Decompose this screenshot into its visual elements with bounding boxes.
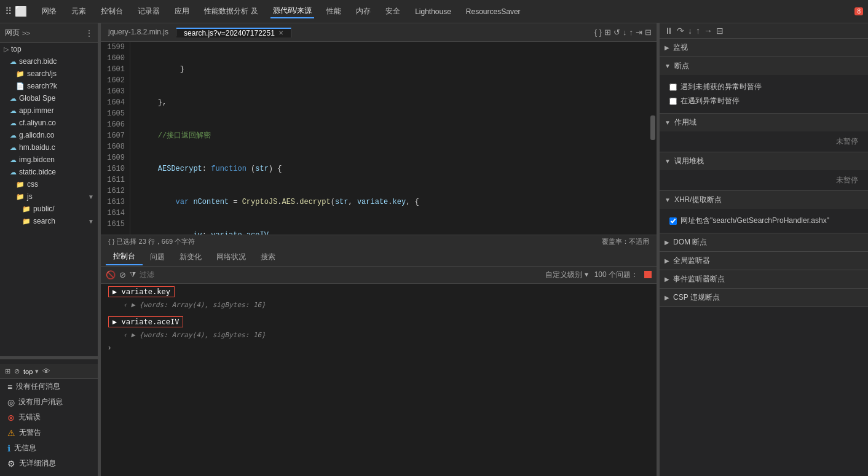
bottom-left-icon[interactable]: ⊞ [5,367,10,375]
expand-arrow-right[interactable]: ▶ [131,301,135,309]
rp-section-global-listener-header[interactable]: ▶ 全局监听器 [660,252,868,270]
tree-item-static-bidce[interactable]: ☁ static.bidce [0,166,98,178]
tab-lighthouse[interactable]: Lighthouse [412,6,454,17]
tab-memory[interactable]: 内存 [353,5,373,18]
tree-item-css[interactable]: 📁 css [0,178,98,190]
bottom-tab-search[interactable]: 搜索 [253,249,283,265]
filter-no-error[interactable]: ⊗ 无错误 [0,410,98,425]
tree-cloud-icon-img: ☁ [10,156,17,164]
file-tree-expand-icon[interactable]: >> [22,29,30,37]
tab-elements[interactable]: 元素 [69,5,89,18]
tab-sources[interactable]: 源代码/来源 [270,4,314,18]
tree-item-hm-baidu[interactable]: ☁ hm.baidu.c [0,141,98,154]
expand-arrow-aceiv-right[interactable]: ▶ [131,331,135,339]
ln-1615: 1615 [106,219,125,230]
tree-item-search-bidc[interactable]: ☁ search.bidc [0,55,98,68]
console-ban-btn[interactable]: ⊘ [119,270,126,279]
bottom-tab-network-conditions[interactable]: 网络状况 [209,249,253,265]
tab-jquery[interactable]: jquery-1.8.2.min.js [101,28,176,36]
rp-section-breakpoints-header[interactable]: ▼ 断点 [660,57,868,75]
rt-deactivate-btn[interactable]: ⊟ [716,26,724,36]
code-area[interactable]: 1599 1600 1601 1602 1603 1604 1605 1606 … [101,42,657,235]
tree-item-search[interactable]: 📁 search ▼ [0,215,98,227]
tab-performance[interactable]: 性能 [324,5,344,18]
bottom-tab-changes[interactable]: 新变化 [172,249,209,265]
tree-item-img-bidcen[interactable]: ☁ img.bidcen [0,154,98,166]
rt-step-over-btn[interactable]: ↷ [677,26,684,36]
tab-col-icon[interactable]: ⊞ [604,28,611,37]
tab-close-btn[interactable]: ✕ [278,29,283,36]
rp-breakpoints-label: 断点 [674,61,689,71]
tab-refresh-icon[interactable]: ↺ [614,28,620,37]
rp-dom-arrow: ▶ [665,239,669,246]
rp-section-csp-header[interactable]: ▶ CSP 违规断点 [660,289,868,306]
console-item-variate-key[interactable]: ▶ variate.key [101,284,657,300]
bottom-tab-issues[interactable]: 问题 [143,249,172,265]
tab-resources-saver[interactable]: ResourcesSaver [464,6,523,17]
bp-uncaught-checkbox[interactable] [669,84,677,91]
tree-item-global-spe[interactable]: ☁ Global Spe [0,92,98,104]
rp-section-dom-header[interactable]: ▶ DOM 断点 [660,233,868,251]
ln-1601: 1601 [106,64,125,75]
bottom-tab-console[interactable]: 控制台 [106,249,143,265]
console-prompt[interactable]: › [101,340,657,354]
custom-level-btn[interactable]: 自定义级别 ▾ [545,270,588,280]
tab-performance-insights[interactable]: 性能数据分析 及 [202,5,260,18]
tab-recorder[interactable]: 记录器 [135,5,162,18]
rt-step-btn[interactable]: → [704,26,712,36]
expand-btn-variate-key[interactable]: ▶ variate.key [108,286,175,297]
rp-section-monitor-header[interactable]: ▶ 监视 [660,39,868,57]
expand-btn-variate-aceiv[interactable]: ▶ variate.aceIV [108,316,183,327]
eye-icon[interactable]: 👁 [42,367,50,376]
code-scrollbar[interactable] [649,42,657,235]
filter-no-verbose[interactable]: ⚙ 无详细消息 [0,456,98,471]
bp-caught-checkbox[interactable] [669,98,677,105]
tree-item-js[interactable]: 📁 js ▼ [0,190,98,203]
tree-label-static-bidce: static.bidce [19,168,56,176]
rp-section-callstack-header[interactable]: ▼ 调用堆栈 [660,152,868,170]
tab-search-js[interactable]: search.js?v=202407172251 ✕ [176,28,291,37]
tab-format-icon[interactable]: { } [594,28,602,37]
rp-section-monitor: ▶ 监视 [660,39,868,57]
filter-no-info[interactable]: ℹ 无信息 [0,440,98,456]
tab-security[interactable]: 安全 [383,5,403,18]
tab-up-icon[interactable]: ↑ [629,28,634,37]
tree-expand-arrow-js: ▼ [88,193,94,200]
ln-1612: 1612 [106,185,125,197]
tab-snooze-icon[interactable]: ⊟ [645,28,652,37]
tree-item-search-js[interactable]: 📁 search/js [0,68,98,80]
tab-fwd-icon[interactable]: ⇥ [636,28,642,37]
console-clear-btn[interactable]: 🚫 [106,270,116,279]
tab-console[interactable]: 控制台 [98,5,125,18]
rt-step-into-btn[interactable]: ↓ [688,26,692,36]
filter-no-any[interactable]: ≡ 没有任何消息 [0,379,98,394]
tree-label-css: css [27,180,38,189]
tree-item-cf-aliyun[interactable]: ☁ cf.aliyun.co [0,117,98,129]
console-item-variate-aceiv[interactable]: ▶ variate.aceIV [101,314,657,330]
bottom-left-ban-icon[interactable]: ⊘ [14,367,20,375]
tree-item-top[interactable]: ▷ top [0,43,98,55]
top-dropdown-icon[interactable]: ▾ [35,367,39,375]
tab-network[interactable]: 网络 [39,5,59,18]
rp-section-scope-header[interactable]: ▼ 作用域 [660,114,868,131]
ln-1614: 1614 [106,208,125,219]
rt-pause-btn[interactable]: ⏸ [665,26,673,36]
tree-item-search-k[interactable]: 📄 search?k [0,80,98,92]
file-tree: ▷ top ☁ search.bidc 📁 search/js 📄 search… [0,43,98,356]
tree-item-app-immer[interactable]: ☁ app.immer [0,104,98,117]
tab-application[interactable]: 应用 [172,5,192,18]
filter-no-user[interactable]: ◎ 没有用户消息 [0,394,98,410]
filter-no-warning[interactable]: ⚠ 无警告 [0,425,98,440]
tab-download-icon[interactable]: ↓ [623,28,627,37]
rt-step-out-btn[interactable]: ↑ [696,26,700,36]
tree-label-global-spe: Global Spe [19,94,55,103]
tree-item-g-alicdn[interactable]: ☁ g.alicdn.co [0,129,98,141]
rp-section-event-listener: ▶ 事件监听器断点 [660,270,868,289]
xhr-search-checkbox[interactable] [669,217,677,225]
file-tree-more-btn[interactable]: ⋮ [85,29,93,37]
tree-item-public[interactable]: 📁 public/ [0,203,98,215]
rp-section-event-listener-header[interactable]: ▶ 事件监听器断点 [660,270,868,288]
rp-section-xhr-header[interactable]: ▼ XHR/提取断点 [660,191,868,209]
filter-input[interactable] [140,270,542,279]
filter-no-info-label: 无信息 [14,443,36,453]
